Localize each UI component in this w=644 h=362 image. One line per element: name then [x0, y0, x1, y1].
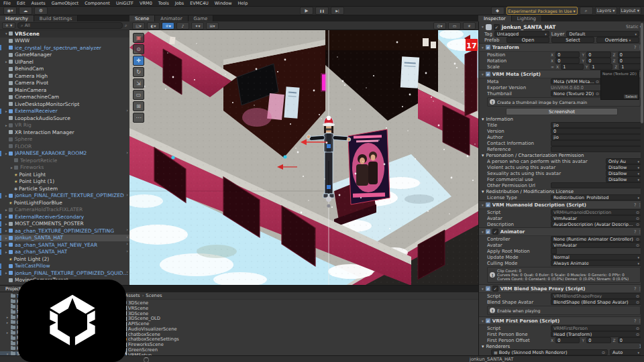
hierarchy-item-aa-chan-texture-optimized-sitting[interactable]: ▸aa_chan_TEXTURE_OPTIMIZED_SITTING›	[0, 227, 129, 235]
project-file-fireworksscene[interactable]: ■FireworksScene	[123, 342, 478, 347]
cloud-button[interactable]: ☁	[19, 7, 32, 15]
object-picker-icon[interactable]: ⊙	[636, 237, 639, 241]
dropdown[interactable]: Disallow▾	[606, 164, 642, 170]
dropdown[interactable]: Only Au▾	[606, 158, 642, 164]
text-input[interactable]: 0	[551, 128, 642, 134]
object-field[interactable]: VrmAvatar⊙	[551, 215, 642, 221]
hierarchy-item-teleportreticle[interactable]: TeleportReticle	[0, 157, 129, 164]
hierarchy-item-gamemanager[interactable]: GameManager	[0, 52, 129, 59]
prefab-open-arrow[interactable]: ›	[126, 108, 128, 113]
project-file-apiscene[interactable]: ■APIScene	[123, 321, 478, 326]
scene-visibility-icon[interactable]: ☀	[463, 22, 476, 29]
prefab-open-button[interactable]: Open	[506, 37, 549, 43]
text-input[interactable]	[551, 146, 642, 152]
layer-dropdown[interactable]: Default▾	[566, 31, 639, 37]
gameobject-name[interactable]: jonkun_SANTA_HAT	[502, 24, 624, 30]
object-picker-icon[interactable]: ⊙	[636, 210, 639, 215]
inspector-scrollbar[interactable]	[641, 21, 644, 355]
x-input[interactable]: 0	[555, 58, 580, 64]
audio-source-gizmo[interactable]	[283, 155, 286, 158]
menu-window[interactable]: Window	[215, 1, 232, 6]
prefab-open-arrow[interactable]: ›	[126, 227, 128, 233]
hierarchy-item-sphere[interactable]: Sphere	[0, 136, 129, 143]
y-input[interactable]: 0	[586, 58, 610, 64]
menu-jobs[interactable]: Jobs	[175, 1, 184, 6]
dropdown[interactable]: Always Animate▾	[551, 260, 642, 266]
dropdown[interactable]: Redistribution_Prohibited▾	[551, 194, 642, 200]
tool-settings-icon[interactable]: ▣	[133, 33, 144, 43]
active-checkbox[interactable]: ✓	[494, 24, 500, 30]
project-file-3dscene[interactable]: 3DScene	[123, 300, 478, 306]
prefab-open-arrow[interactable]: ›	[126, 269, 128, 275]
hierarchy-item-jonkun-final-texture-optimized-squid-game[interactable]: ▸jonkun_FINAL_TEXTURE_OPTIMIZED_SQUID_GA…	[0, 269, 129, 277]
hierarchy-item-livedesktopmonitorscript[interactable]: LiveDesktopMonitorScript	[0, 101, 129, 108]
x-input[interactable]: 0	[555, 52, 580, 58]
component-header[interactable]: ▾#Transform? ⋮	[479, 43, 644, 52]
component-enabled-checkbox[interactable]: ✓	[492, 229, 498, 235]
layers-dropdown[interactable]: Layers ▾	[595, 7, 617, 15]
dropdown[interactable]: Disallow▾	[606, 170, 642, 176]
text-input[interactable]: jio	[551, 122, 642, 128]
step-button[interactable]: ▶|	[331, 7, 344, 15]
project-file-3dscene[interactable]: ■3DScene	[123, 311, 478, 316]
z-input[interactable]: 0	[618, 52, 642, 58]
hierarchy-item-externalreceiver[interactable]: ▸ExternalReceiver›	[0, 108, 129, 115]
transform-tool[interactable]: ⊞	[133, 101, 144, 111]
object-field[interactable]: VRMHumanoidDescription⊙	[551, 209, 642, 215]
object-field[interactable]: VRMBlendShapeProxy⊙	[551, 293, 642, 299]
foldout[interactable]: ▾Information	[479, 116, 644, 122]
y-input[interactable]: 0	[586, 337, 610, 343]
2d-toggle[interactable]: ◐▾	[147, 22, 160, 29]
breadcrumb-root[interactable]: Assets	[125, 293, 140, 298]
menu-assets[interactable]: Assets	[31, 1, 45, 6]
add-gameobject-button[interactable]: + ▾	[2, 22, 15, 29]
status-icon[interactable]: ◆	[491, 7, 504, 15]
hierarchy-item-most-comments-poster[interactable]: ▸MOST_COMMENTS_POSTER	[0, 221, 129, 228]
object-field[interactable]: None (Runtime Animator Controller)⊙	[551, 236, 642, 242]
prefab-open-arrow[interactable]: ›	[126, 192, 128, 198]
hierarchy-item-aa-chan-santa-hat-new-year[interactable]: ▸aa_chan_SANTA_HAT_NEW_YEAR›	[0, 241, 129, 249]
view-tool[interactable]: ⊙	[133, 44, 144, 54]
menu-evmc4u[interactable]: EVMC4U	[190, 1, 209, 6]
hierarchy-search-input[interactable]: ⌕ All	[17, 22, 123, 29]
menu-gameobject[interactable]: GameObject	[52, 1, 79, 6]
object-field[interactable]: AvatarDescription (Avatar Descriptor⊙	[551, 221, 642, 227]
object-picker-icon[interactable]: ⊙	[636, 222, 639, 227]
hierarchy-item-maincamera[interactable]: MainCamera	[0, 86, 129, 94]
project-file-3dscene-old[interactable]: ■3DScene_OLD	[123, 316, 478, 321]
z-input[interactable]: 1	[619, 64, 642, 70]
component-header[interactable]: ▾#✓VRM Blend Shape Proxy (Script)? ⋮	[479, 284, 644, 293]
menu-tools[interactable]: Tools	[158, 1, 169, 6]
breadcrumb-folder[interactable]: Scenes	[146, 293, 162, 298]
search-icon[interactable]: ⌕	[580, 7, 593, 15]
prefab-open-arrow[interactable]: ›	[126, 150, 128, 156]
grid-dropdown[interactable]: ⊞▾	[206, 22, 219, 29]
tab-scene[interactable]: Scene	[129, 15, 155, 21]
most-comments-poster[interactable]	[348, 129, 390, 204]
object-field[interactable]: BlendShape (Blend Shape Avatar)⊙	[551, 299, 642, 305]
dropdown[interactable]: Disallow▾	[606, 176, 642, 182]
play-button[interactable]: ▶	[300, 7, 313, 15]
effects-dropdown[interactable]: ✦▾	[191, 22, 204, 29]
object-picker-icon[interactable]: ⊙	[636, 216, 639, 221]
thumbnail-preview[interactable]: None (Texture 2D)Select	[600, 70, 639, 100]
hierarchy-filter-icon[interactable]: ⌕	[125, 23, 127, 28]
text-input[interactable]	[551, 182, 642, 188]
custom-tool[interactable]: ⋯	[133, 113, 144, 123]
section-subheader[interactable]: ▾Redistribution / Modifications License	[479, 188, 644, 194]
renderers-foldout[interactable]: ▾Renderers1	[479, 343, 644, 349]
x-input[interactable]: 1	[561, 64, 584, 70]
dropdown[interactable]: Normal▾	[551, 254, 642, 260]
hierarchy-item-particle-system[interactable]: ✻Particle System	[0, 185, 129, 192]
project-file-vrscene[interactable]: ■VRScene	[123, 306, 478, 311]
rotate-tool[interactable]: ↻	[133, 67, 144, 77]
hierarchy-item-twitcastpillow[interactable]: TwitCastPillow	[0, 263, 129, 270]
hierarchy-item-jonkun-santa-hat[interactable]: ▸jonkun_SANTA_HAT›	[0, 235, 129, 242]
menu-file[interactable]: File	[3, 1, 11, 6]
y-input[interactable]: 1	[590, 64, 612, 70]
y-input[interactable]: 0	[586, 52, 610, 58]
z-input[interactable]: 0	[618, 58, 642, 64]
hierarchy-item-camera-pivot[interactable]: Camera Pivot	[0, 80, 129, 87]
layout-dropdown[interactable]: Layout ▾	[619, 7, 641, 15]
tab-game[interactable]: Game	[189, 15, 214, 21]
